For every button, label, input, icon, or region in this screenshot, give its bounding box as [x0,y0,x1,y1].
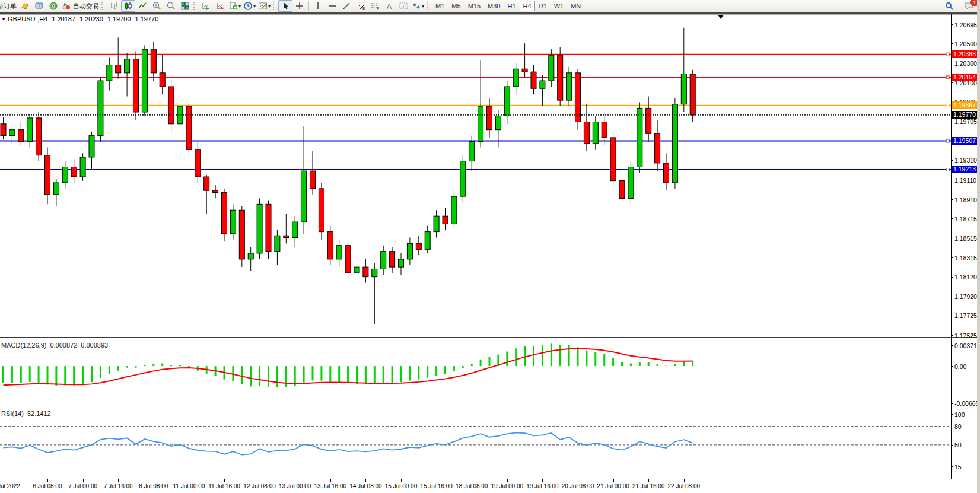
candle [142,46,147,116]
time-tick-mark [330,479,331,482]
price-badge: 1.20388 [952,50,978,58]
time-tick-label: 19 Jul 16:00 [526,483,559,489]
price-tick-label: 1.19310 [954,157,977,164]
rsi-tick-label: 100 [954,411,965,418]
candle [248,247,253,271]
time-tick-mark [613,479,614,482]
price-tick-mark [951,257,953,258]
time-tick-label: 18 Jul 08:00 [456,483,488,489]
candle [151,42,156,81]
time-tick-mark [154,479,154,482]
candle [619,169,625,206]
candle [71,159,77,183]
rsi-tick-label: 50 [954,441,962,449]
rsi-tick-label: 15 [954,463,962,470]
price-tick-mark [951,82,953,83]
time-tick-mark [47,479,48,482]
candle [266,201,271,259]
time-tick-label: 11 Jul 16:00 [208,483,240,489]
hline-anchor[interactable] [946,104,949,107]
candle [116,37,121,78]
price-tick-label: 1.18715 [954,215,977,222]
candle [80,153,85,180]
price-tick-mark [951,238,953,238]
time-tick-mark [9,479,9,482]
price-badge: 1.20154 [952,74,978,81]
candle [531,65,536,95]
hline-anchor[interactable] [946,76,949,79]
candle [230,204,236,240]
candle [301,126,307,234]
macd-tick-mark [951,366,953,367]
hline-anchor[interactable] [946,53,949,56]
macd-tick-label: -0.006657 [954,400,980,407]
candle [390,247,395,273]
candle [478,60,483,147]
candle [584,104,589,151]
price-tick-mark [951,180,953,180]
candle [495,110,501,148]
price-badge: 1.19867 [952,101,978,109]
time-tick-label: 14 Jul 08:00 [349,483,382,489]
candle [195,142,201,183]
candle [575,69,581,129]
candle [628,161,634,205]
candle [168,79,174,132]
price-badge: 1.19213 [952,166,978,173]
mt4-window: 新订单 自动交易 [0,0,980,493]
time-tick-label: 13 Jul 00:00 [279,483,311,489]
candle [1,117,6,139]
candle [133,51,139,120]
time-tick-mark [365,479,366,482]
time-tick-label: 21 Jul 16:00 [632,483,665,489]
price-tick-mark [951,122,953,122]
candle [460,155,466,202]
window-edge [977,0,980,493]
time-tick-label: Jul 2022 [0,483,20,489]
rsi-tick-mark [951,427,953,427]
candle [681,28,686,112]
candle [89,132,94,169]
rsi-tick-mark [951,466,953,467]
candle [399,253,404,275]
candle [53,179,59,206]
candle [98,77,103,141]
candle [381,246,386,275]
time-tick-label: 8 Jul 08:00 [139,483,168,489]
price-tick-label: 1.18120 [954,273,977,281]
candle [257,198,262,259]
candle [284,214,289,244]
price-tick-label: 1.20300 [954,60,977,67]
time-tick-mark [189,479,189,482]
candle [487,98,492,138]
candle [292,216,298,247]
hline-anchor[interactable] [946,168,949,171]
time-tick-label: 22 Jul 08:00 [668,483,701,489]
candle [567,67,572,106]
candle [222,189,227,241]
candle [655,120,660,171]
price-tick-mark [951,63,953,63]
candle [434,210,439,237]
chart-canvas[interactable] [0,0,980,493]
time-tick-mark [83,479,84,482]
candle [646,96,651,141]
macd-tick-label: 0.00 [954,363,966,370]
candle [275,230,280,265]
time-tick-mark [224,479,225,482]
candle [27,114,33,147]
candle [354,261,359,282]
price-badge: 1.19770 [952,111,978,119]
price-tick-label: 1.20500 [954,40,977,47]
rsi-tick-mark [951,445,953,446]
price-tick-mark [951,199,953,200]
macd-tick-mark [951,403,953,404]
candle [372,263,377,324]
price-tick-label: 1.19110 [954,177,976,184]
time-tick-label: 12 Jul 08:00 [243,483,276,489]
hline-anchor[interactable] [946,139,949,142]
time-tick-mark [578,479,578,482]
time-tick-mark [507,479,508,482]
time-tick-label: 7 Jul 00:00 [68,483,97,489]
price-badge: 1.19507 [952,137,978,145]
